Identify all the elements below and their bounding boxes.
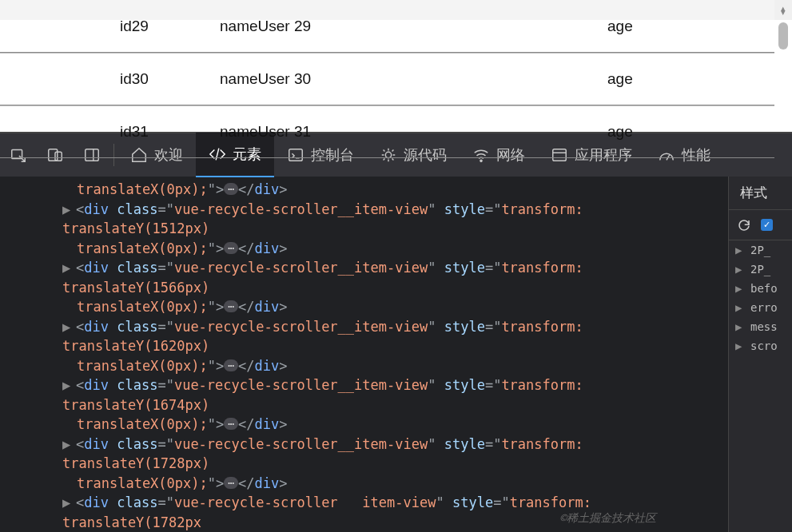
cell-name: nameUser 30: [216, 70, 488, 88]
styles-actions: ✓: [729, 210, 792, 240]
data-table: id29 nameUser 29 age id30 nameUser 30 ag…: [0, 0, 774, 20]
dom-node-continuation[interactable]: translateX(0px);">⋯</div>: [10, 297, 728, 317]
styles-pane-header[interactable]: 样式: [729, 177, 792, 210]
styles-filter-checkbox[interactable]: ✓: [761, 219, 773, 231]
app-viewport: id29 nameUser 29 age id30 nameUser 30 ag…: [0, 0, 792, 20]
devtools-panel: 欢迎 元素 控制台 源代码 网络 应用程序 性能 translateX(0px: [0, 132, 792, 532]
dom-node-continuation[interactable]: translateX(0px);">⋯</div>: [10, 415, 728, 435]
dom-node[interactable]: ▶<div class="vue-recycle-scroller__item-…: [10, 258, 728, 297]
dom-node-partial[interactable]: ▶<div class="vue-recycle-scroller item-v…: [10, 493, 728, 532]
styles-rule-item[interactable]: ▶befo: [729, 279, 792, 298]
refresh-icon[interactable]: [737, 218, 751, 232]
styles-rule-item[interactable]: ▶erro: [729, 298, 792, 317]
cell-age: age: [488, 18, 774, 35]
scroll-thumb[interactable]: [778, 22, 788, 50]
cell-age: age: [488, 123, 774, 141]
dom-node-truncated[interactable]: translateX(0px);">⋯</div>: [10, 180, 728, 200]
svg-point-7: [480, 160, 482, 161]
cell-id: id30: [0, 70, 216, 88]
cell-age: age: [488, 70, 774, 88]
styles-sidebar: 样式 ✓ ▶2P_▶2P_▶befo▶erro▶mess▶scro: [728, 177, 792, 532]
vertical-scrollbar[interactable]: ▴ ▾: [774, 0, 792, 20]
table-row: id30 nameUser 30 age: [0, 53, 774, 105]
cell-name: nameUser 31: [216, 123, 488, 141]
devtools-body: translateX(0px);">⋯</div> ▶<div class="v…: [0, 177, 792, 532]
table-row: id29 nameUser 29 age: [0, 0, 774, 53]
dom-node[interactable]: ▶<div class="vue-recycle-scroller__item-…: [10, 317, 728, 356]
dom-node[interactable]: ▶<div class="vue-recycle-scroller__item-…: [10, 200, 728, 239]
table-row: id31 nameUser 31 age: [0, 105, 774, 158]
scroll-down-button[interactable]: ▾: [774, 4, 792, 20]
styles-rule-item[interactable]: ▶scro: [729, 336, 792, 355]
dom-node-continuation[interactable]: translateX(0px);">⋯</div>: [10, 356, 728, 376]
dom-node[interactable]: ▶<div class="vue-recycle-scroller__item-…: [10, 375, 728, 415]
dom-node-continuation[interactable]: translateX(0px);">⋯</div>: [10, 474, 728, 494]
styles-rule-item[interactable]: ▶2P_: [729, 240, 792, 260]
cell-name: nameUser 29: [216, 18, 488, 35]
dom-node[interactable]: ▶<div class="vue-recycle-scroller__item-…: [10, 435, 728, 474]
cell-id: id31: [0, 123, 216, 141]
cell-id: id29: [0, 18, 216, 35]
styles-rule-item[interactable]: ▶mess: [729, 317, 792, 336]
styles-rule-item[interactable]: ▶2P_: [729, 260, 792, 279]
dom-node-continuation[interactable]: translateX(0px);">⋯</div>: [10, 239, 728, 259]
elements-dom-tree[interactable]: translateX(0px);">⋯</div> ▶<div class="v…: [0, 177, 728, 532]
